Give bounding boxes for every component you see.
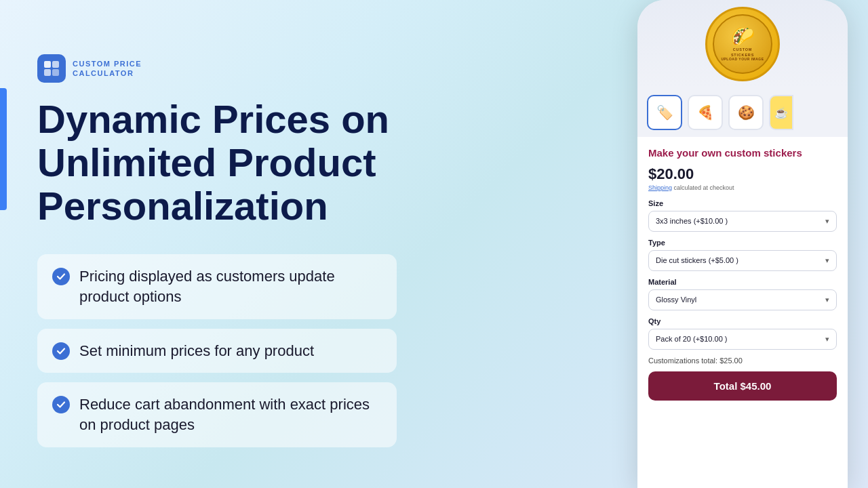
- sticker-text-custom: CUSTOM: [733, 47, 753, 52]
- phone-mockup: 🌮 CUSTOM STICKERS UPLOAD YOUR IMAGE 🏷️ 🍕…: [637, 0, 848, 488]
- qty-select[interactable]: Pack of 20 (+$10.00 ) ▾: [648, 329, 837, 350]
- material-chevron-icon: ▾: [825, 296, 829, 304]
- material-select[interactable]: Glossy Vinyl ▾: [648, 289, 837, 310]
- check-icon-2: [52, 342, 70, 360]
- feature-item-2: Set minimum prices for any product: [37, 329, 397, 373]
- size-label: Size: [648, 199, 837, 207]
- logo-text: CUSTOM PRICE CALCULATOR: [73, 59, 142, 79]
- thumbnail-2[interactable]: 🍕: [688, 95, 723, 130]
- size-value: 3x3 inches (+$10.00 ): [656, 217, 728, 225]
- svg-rect-3: [52, 69, 59, 76]
- svg-rect-1: [52, 61, 59, 68]
- thumb-3-label: 🍪: [738, 104, 755, 121]
- logo-row: CUSTOM PRICE CALCULATOR: [37, 54, 458, 83]
- sticker-taco-emoji: 🌮: [731, 27, 755, 46]
- qty-chevron-icon: ▾: [825, 335, 829, 344]
- size-chevron-icon: ▾: [825, 217, 829, 226]
- type-label: Type: [648, 239, 837, 247]
- material-value: Glossy Vinyl: [656, 296, 696, 304]
- sticker-inner: 🌮 CUSTOM STICKERS UPLOAD YOUR IMAGE: [713, 14, 772, 74]
- product-price: $20.00: [648, 165, 837, 183]
- type-chevron-icon: ▾: [825, 256, 829, 265]
- features-list: Pricing displayed as customers update pr…: [37, 254, 458, 447]
- phone-hero-image: 🌮 CUSTOM STICKERS UPLOAD YOUR IMAGE: [637, 0, 848, 88]
- logo-icon: [37, 54, 66, 83]
- material-label: Material: [648, 278, 837, 286]
- svg-rect-0: [44, 61, 51, 68]
- svg-rect-2: [44, 69, 51, 76]
- feature-text-3: Reduce cart abandonment with exact price…: [79, 394, 382, 434]
- feature-text-1: Pricing displayed as customers update pr…: [79, 266, 382, 306]
- check-icon-1: [52, 268, 70, 285]
- sticker-preview: 🌮 CUSTOM STICKERS UPLOAD YOUR IMAGE: [705, 7, 780, 81]
- accent-bar: [0, 88, 7, 210]
- thumbnail-4-partial[interactable]: ☕: [769, 95, 793, 130]
- size-select[interactable]: 3x3 inches (+$10.00 ) ▾: [648, 211, 837, 232]
- qty-label: Qty: [648, 317, 837, 325]
- customizations-total: Customizations total: $25.00: [648, 357, 837, 365]
- thumb-4-label: ☕: [774, 106, 788, 119]
- feature-item-3: Reduce cart abandonment with exact price…: [37, 382, 397, 447]
- product-details: Make your own custom stickers $20.00 Shi…: [637, 137, 848, 488]
- feature-text-2: Set minimum prices for any product: [79, 341, 314, 361]
- thumbnail-3[interactable]: 🍪: [728, 95, 764, 130]
- thumbnail-1[interactable]: 🏷️: [647, 95, 682, 130]
- shipping-suffix: calculated at checkout: [672, 184, 734, 191]
- sticker-upload-text: UPLOAD YOUR IMAGE: [721, 57, 764, 61]
- type-value: Die cut stickers (+$5.00 ): [656, 256, 738, 264]
- type-select[interactable]: Die cut stickers (+$5.00 ) ▾: [648, 250, 837, 271]
- left-section: CUSTOM PRICE CALCULATOR Dynamic Prices o…: [37, 54, 458, 447]
- shipping-link[interactable]: Shipping: [648, 184, 672, 191]
- product-name: Make your own custom stickers: [648, 146, 837, 160]
- thumb-1-label: 🏷️: [656, 104, 673, 121]
- shipping-note: Shipping calculated at checkout: [648, 184, 837, 191]
- thumbnails-row: 🏷️ 🍕 🍪 ☕: [637, 88, 848, 137]
- qty-value: Pack of 20 (+$10.00 ): [656, 335, 727, 343]
- check-icon-3: [52, 396, 70, 413]
- main-heading: Dynamic Prices on Unlimited Product Pers…: [37, 98, 458, 227]
- feature-item-1: Pricing displayed as customers update pr…: [37, 254, 397, 319]
- total-button[interactable]: Total $45.00: [648, 371, 837, 401]
- thumb-2-label: 🍕: [697, 104, 714, 121]
